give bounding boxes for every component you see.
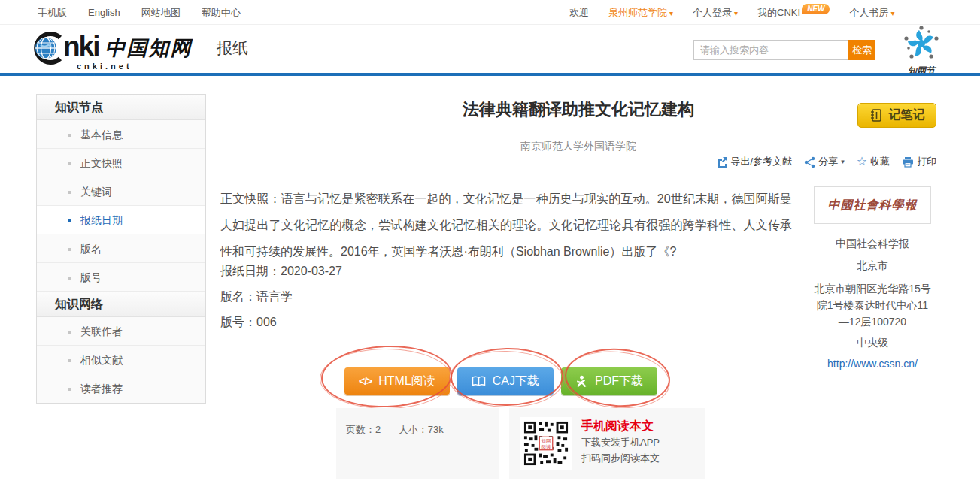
sidebar-item-basic-info[interactable]: 基本信息 [37, 120, 205, 149]
my-cnki-link[interactable]: 我的CNKINEW [757, 6, 830, 20]
sidebar-item-label: 报纸日期 [80, 214, 123, 226]
chevron-down-icon: ▾ [890, 9, 894, 17]
sidebar-item-edition-name[interactable]: 版名 [37, 234, 205, 263]
cnki-newspaper-detail-page: 手机版 English 网站地图 帮助中心 欢迎 泉州师范学院▾ 个人登录▾ 我… [0, 0, 980, 496]
mobile-read-line1: 下载安装手机APP [581, 434, 660, 450]
bullet-icon [68, 331, 71, 334]
publication-website-link[interactable]: http://www.cssn.cn/ [814, 358, 931, 370]
header-search: 检索 [693, 40, 875, 60]
top-utility-bar: 手机版 English 网站地图 帮助中心 欢迎 泉州师范学院▾ 个人登录▾ 我… [0, 0, 980, 25]
bullet-icon [68, 162, 71, 165]
publication-city: 北京市 [814, 259, 931, 273]
bullet-icon [68, 359, 71, 362]
file-info-box: 页数：2 大小：73k [336, 408, 499, 479]
sidebar-navigation: 知识节点 基本信息 正文快照 关键词 报纸日期 版名 版号 知识网络 关联作者 … [36, 94, 206, 404]
caj-download-label: CAJ下载 [493, 374, 539, 389]
logo-chinese-text: 中国知网 [105, 32, 192, 65]
meta-newspaper-date: 报纸日期：2020-03-27 [220, 259, 342, 284]
pinwheel-icon [902, 26, 941, 63]
take-notes-label: 记笔记 [889, 107, 925, 123]
personal-library-menu[interactable]: 个人书房▾ [849, 6, 894, 20]
bullet-icon [68, 219, 71, 222]
mobile-read-box: 知网 阅读 手机阅读本文 下载安装手机APP 扫码同步阅读本文 [509, 408, 705, 479]
cnki-logo[interactable]: nki 中国知网 cnki.net [30, 32, 192, 65]
header-accent-bar [0, 73, 980, 76]
share-label: 分享 [818, 155, 838, 168]
article-title: 法律典籍翻译助推文化记忆建构 [220, 98, 936, 121]
qr-code-icon: 知网 阅读 [523, 420, 569, 467]
topbar-right-links: 欢迎 泉州师范学院▾ 个人登录▾ 我的CNKINEW 个人书房▾ [569, 0, 895, 25]
link-help-center[interactable]: 帮助中心 [202, 6, 241, 20]
sidebar-item-text-snapshot[interactable]: 正文快照 [37, 149, 205, 177]
globe-icon [30, 32, 63, 65]
bullet-icon [68, 277, 71, 280]
publication-level: 中央级 [814, 337, 931, 350]
chevron-down-icon: ▾ [669, 9, 673, 17]
mobile-read-text: 手机阅读本文 下载安装手机APP 扫码同步阅读本文 [581, 408, 660, 479]
take-notes-button[interactable]: 记笔记 [857, 103, 936, 128]
publication-logo[interactable]: 中國社會科學報 [814, 186, 931, 224]
export-references-button[interactable]: 导出/参考文献 [717, 155, 793, 168]
pdf-person-icon [575, 375, 588, 388]
print-label: 打印 [917, 155, 936, 168]
favorite-button[interactable]: ☆ 收藏 [857, 155, 890, 168]
sidebar-item-label: 版号 [80, 271, 102, 283]
article-meta: 报纸日期：2020-03-27 版名：语言学 版号：006 [220, 259, 342, 335]
export-label: 导出/参考文献 [731, 155, 793, 168]
printer-icon [902, 156, 914, 168]
sidebar-item-keywords[interactable]: 关键词 [37, 177, 205, 206]
meta-edition-number: 版号：006 [220, 310, 342, 335]
share-button[interactable]: 分享 ▾ [804, 155, 845, 168]
notebook-icon [869, 108, 884, 122]
welcome-label: 欢迎 [569, 6, 589, 20]
qr-code: 知网 阅读 [520, 417, 572, 470]
logo-domain-text: cnki.net [77, 62, 132, 71]
link-english[interactable]: English [88, 7, 120, 18]
text-snapshot-paragraph: 正文快照：语言与记忆是紧密联系在一起的，文化记忆是一种历史与现实的互动。20世纪… [220, 186, 792, 265]
institution-menu[interactable]: 泉州师范学院▾ [608, 6, 673, 20]
header-divider [202, 39, 202, 62]
publication-address: 北京市朝阳区光华路15号院1号楼泰达时代中心11—12层100720 [814, 280, 931, 330]
star-icon: ☆ [857, 156, 867, 167]
section-title-newspaper: 报纸 [217, 38, 248, 59]
link-mobile-version[interactable]: 手机版 [38, 6, 67, 20]
sidebar-item-reader-recommendation[interactable]: 读者推荐 [37, 374, 205, 403]
chevron-down-icon: ▾ [734, 9, 738, 17]
publication-info-column: 中國社會科學報 中国社会科学报 北京市 北京市朝阳区光华路15号院1号楼泰达时代… [814, 186, 931, 370]
article-affiliation: 南京师范大学外国语学院 [220, 140, 936, 153]
sidebar-item-label: 关联作者 [80, 325, 123, 337]
my-cnki-label: 我的CNKI [757, 7, 800, 18]
sidebar-item-related-authors[interactable]: 关联作者 [37, 317, 205, 346]
bullet-icon [68, 388, 71, 391]
bullet-icon [68, 134, 71, 137]
sidebar-item-label: 读者推荐 [80, 383, 123, 395]
share-icon [804, 156, 815, 168]
zhiwangjie-logo[interactable]: 知网节 [900, 26, 943, 77]
link-sitemap[interactable]: 网站地图 [141, 6, 181, 20]
search-button[interactable]: 检索 [848, 40, 875, 60]
logo-nki-text: nki [63, 32, 99, 62]
sidebar-item-newspaper-date[interactable]: 报纸日期 [37, 206, 205, 234]
mobile-read-line2: 扫码同步阅读本文 [581, 450, 660, 466]
sidebar-item-edition-number[interactable]: 版号 [37, 263, 205, 292]
personal-login-label: 个人登录 [693, 7, 732, 18]
personal-login-menu[interactable]: 个人登录▾ [693, 6, 738, 20]
code-icon: </> [359, 375, 372, 387]
personal-library-label: 个人书房 [849, 7, 888, 18]
sidebar-item-label: 正文快照 [80, 157, 123, 169]
topbar-left-links: 手机版 English 网站地图 帮助中心 [38, 0, 241, 25]
qr-stamp-text: 阅读 [541, 444, 551, 450]
pdf-download-button[interactable]: PDF下载 [561, 367, 657, 395]
sidebar-item-similar-documents[interactable]: 相似文献 [37, 346, 205, 374]
html-read-button[interactable]: </> HTML阅读 [344, 367, 450, 395]
sidebar-item-label: 相似文献 [80, 354, 123, 366]
pdf-download-label: PDF下载 [595, 374, 643, 389]
sidebar-section-knowledge-network: 知识网络 [37, 292, 205, 317]
print-button[interactable]: 打印 [902, 155, 936, 168]
book-icon [472, 376, 486, 387]
search-input[interactable] [693, 40, 848, 60]
sidebar-item-label: 版名 [80, 243, 102, 255]
caj-download-button[interactable]: CAJ下载 [457, 367, 554, 395]
chevron-down-icon: ▾ [841, 158, 845, 165]
toolbar-separator [220, 174, 936, 174]
